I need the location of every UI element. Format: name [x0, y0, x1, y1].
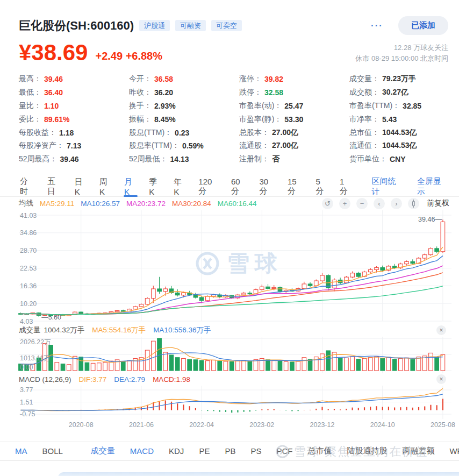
candle-body	[422, 254, 427, 258]
indicator-toolbar-wrap: MABOLL成交量MACDKDJPEPBPSPCF总市值陆股通持股两融差额WR波…	[0, 442, 459, 461]
main-chart-canvas[interactable]: 41.0334.8628.7022.5316.3610.204.0339.46—…	[0, 210, 459, 324]
plus-button[interactable]: +	[339, 198, 350, 209]
volume-ma5-label: MA5:554.16万手	[92, 325, 146, 335]
tab-15分[interactable]: 15分	[282, 177, 310, 196]
close-volume-pane-icon[interactable]: ×	[436, 325, 446, 335]
tab-年K[interactable]: 年K	[168, 177, 192, 196]
indicator-BOLL[interactable]: BOLL	[42, 446, 63, 456]
volume-bar	[429, 353, 433, 371]
quote-row: ¥38.69 +2.49 +6.88% 12.28 万球友关注 休市 08-29…	[19, 41, 448, 64]
x-axis-tick: 2020-08	[60, 421, 103, 429]
indicator-PS[interactable]: PS	[250, 446, 261, 456]
volume-bar	[320, 353, 325, 370]
stat-item: 流通值：1044.53亿	[349, 139, 440, 153]
tab-120分[interactable]: 120分	[192, 177, 225, 196]
link-区间统计[interactable]: 区间统计	[372, 176, 403, 197]
undo-button[interactable]: ↺	[322, 198, 333, 209]
stat-label: 每股净资产：	[19, 141, 64, 151]
stat-value: 32.85	[403, 102, 421, 110]
volume-bar	[302, 357, 306, 370]
volume-value: 1004.32万手	[44, 325, 85, 335]
indicator-toolbar: MABOLL成交量MACDKDJPEPBPSPCF总市值陆股通持股两融差额WR波	[0, 442, 459, 461]
macd-tick: 3.77	[20, 386, 33, 394]
stat-label: 货币单位：	[349, 154, 387, 164]
period-tabbar: 分时五日日K周K月K季K年K120分60分30分15分5分1分 区间统计全屏显示	[0, 177, 459, 197]
candle-body	[272, 287, 276, 288]
volume-bar	[296, 361, 300, 370]
indicator-MA[interactable]: MA	[15, 446, 27, 456]
x-axis-tick: 2025-08	[421, 421, 459, 429]
macd-chart-canvas[interactable]: 3.771.51-0.75	[0, 386, 459, 419]
candle-body	[199, 297, 204, 301]
added-button[interactable]: 已添加	[398, 16, 448, 35]
stat-value: 25.47	[284, 102, 303, 110]
tab-30分[interactable]: 30分	[253, 177, 282, 196]
indicator-PCF[interactable]: PCF	[276, 446, 292, 456]
chart-links: 区间统计全屏显示	[358, 177, 459, 196]
volume-bar	[193, 359, 198, 370]
macd-chart-svg: 3.771.51-0.75	[0, 386, 459, 419]
tab-季K[interactable]: 季K	[143, 177, 168, 196]
indicator-PB[interactable]: PB	[225, 446, 235, 456]
stat-value: 7.13	[67, 141, 81, 150]
indicator-成交量[interactable]: 成交量	[91, 446, 115, 456]
minus-button[interactable]: −	[356, 198, 368, 209]
candle-body	[411, 261, 415, 263]
y-axis-tick: 10.20	[20, 300, 37, 307]
candle-body	[356, 273, 361, 276]
volume-bar	[417, 357, 421, 370]
volume-chart-canvas[interactable]: 2026.22万1013.11万0.00	[0, 337, 459, 373]
more-options-icon[interactable]: ···	[371, 20, 383, 31]
stat-label: 市盈率(静)：	[239, 115, 282, 124]
volume-bar	[345, 358, 349, 371]
link-全屏显示[interactable]: 全屏显示	[417, 176, 448, 197]
candle-body	[115, 310, 119, 311]
y-axis-tick: 28.70	[20, 247, 37, 254]
volume-bar	[266, 359, 270, 370]
adjust-mode-label[interactable]: 前复权	[427, 198, 449, 208]
stat-value: 1044.53亿	[382, 141, 417, 151]
tab-周K[interactable]: 周K	[94, 177, 118, 196]
tab-日K[interactable]: 日K	[69, 177, 94, 196]
prev-button[interactable]: ‹	[374, 198, 385, 209]
candle-body	[212, 295, 216, 296]
stat-value: 39.82	[264, 75, 283, 83]
next-button[interactable]: ›	[391, 198, 402, 209]
stat-value: 32.58	[264, 88, 283, 97]
indicator-总市值[interactable]: 总市值	[307, 446, 332, 456]
candle-body	[152, 289, 156, 299]
indicator-MACD[interactable]: MACD	[130, 446, 154, 456]
volume-bar	[435, 357, 439, 371]
tab-1分[interactable]: 1分	[334, 177, 358, 196]
ma-legend-item: MA5:29.11	[40, 200, 74, 208]
volume-bar	[79, 357, 83, 370]
candle-body	[248, 293, 252, 294]
indicator-PE[interactable]: PE	[199, 446, 210, 456]
stat-value: 36.20	[154, 88, 173, 97]
indicator-陆股通持股[interactable]: 陆股通持股	[347, 446, 387, 456]
volume-bar	[356, 359, 361, 370]
stock-tag: 沪股通	[139, 20, 170, 31]
volume-bar	[284, 361, 288, 371]
indicator-WR[interactable]: WR	[449, 446, 459, 456]
candle-button[interactable]	[408, 198, 419, 209]
x-axis-tick: 2024-10	[361, 421, 404, 429]
volume-bar	[278, 361, 282, 371]
tab-60分[interactable]: 60分	[225, 177, 254, 196]
stat-label: 52周最低：	[129, 154, 168, 164]
tab-月K[interactable]: 月K	[118, 177, 143, 196]
volume-bar	[362, 358, 367, 371]
indicator-两融差额[interactable]: 两融差额	[402, 446, 434, 456]
volume-bar	[61, 364, 65, 370]
volume-bar	[103, 362, 107, 370]
candle-body	[157, 289, 162, 292]
tab-5分[interactable]: 5分	[310, 177, 334, 196]
candle-body	[368, 269, 372, 272]
stat-item: 市盈率(静)：53.30	[239, 112, 349, 126]
tab-五日[interactable]: 五日	[41, 177, 69, 196]
indicator-KDJ[interactable]: KDJ	[169, 446, 184, 456]
stat-label: 流通股：	[239, 141, 269, 151]
close-macd-pane-icon[interactable]: ×	[436, 374, 446, 384]
tab-分时[interactable]: 分时	[14, 177, 41, 196]
stat-value: 89.61%	[44, 115, 69, 124]
